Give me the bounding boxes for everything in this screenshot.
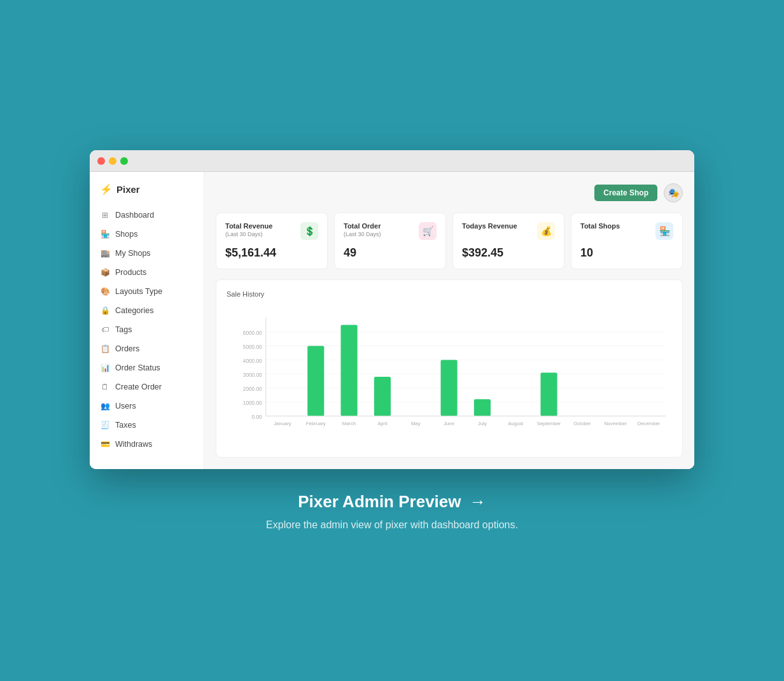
stat-value-total-revenue: $5,161.44 [225, 246, 318, 260]
chart-card: Sale History 6000.005000.004000.003000.0… [216, 279, 683, 458]
stat-value-total-order: 49 [344, 246, 437, 260]
sidebar-label-taxes: Taxes [115, 421, 136, 430]
sidebar-item-order-status[interactable]: 📊 Order Status [90, 358, 204, 377]
svg-text:January: January [274, 421, 291, 426]
nav-icon-orders: 📋 [100, 344, 110, 354]
bar-june [440, 360, 457, 416]
sidebar-label-layouts-type: Layouts Type [115, 287, 162, 296]
sidebar-label-my-shops: My Shops [115, 249, 151, 258]
svg-text:May: May [411, 421, 421, 426]
svg-text:1000.00: 1000.00 [243, 400, 262, 406]
svg-text:September: September [537, 421, 561, 426]
sidebar-label-create-order: Create Order [115, 383, 162, 391]
nav-icon-order-status: 📊 [100, 363, 110, 373]
stat-icon-todays-revenue: 💰 [537, 222, 555, 240]
stat-title-total-shops: Total Shops [580, 222, 620, 230]
close-button[interactable] [97, 157, 105, 165]
svg-text:6000.00: 6000.00 [243, 330, 262, 336]
nav-icon-withdraws: 💳 [100, 439, 110, 449]
browser-window: ⚡ Pixer ⊞ Dashboard 🏪 Shops 🏬 My Shops 📦… [90, 150, 694, 469]
bar-april [374, 377, 391, 416]
sidebar-item-orders[interactable]: 📋 Orders [90, 339, 204, 358]
nav-icon-tags: 🏷 [100, 325, 110, 335]
nav-icon-my-shops: 🏬 [100, 248, 110, 258]
svg-text:July: July [478, 421, 487, 426]
svg-text:4000.00: 4000.00 [243, 358, 262, 364]
stat-card-header: Todays Revenue 💰 [462, 222, 555, 240]
stat-card-header: Total Order (Last 30 Days) 🛒 [344, 222, 437, 240]
svg-text:October: October [573, 421, 591, 426]
sidebar-item-my-shops[interactable]: 🏬 My Shops [90, 244, 204, 263]
stat-card-todays-revenue: Todays Revenue 💰 $392.45 [452, 213, 564, 269]
stats-row: Total Revenue (Last 30 Days) 💲 $5,161.44… [216, 213, 683, 269]
svg-text:0.00: 0.00 [252, 414, 262, 420]
sidebar-item-shops[interactable]: 🏪 Shops [90, 225, 204, 244]
sale-history-chart: 6000.005000.004000.003000.002000.001000.… [227, 307, 672, 447]
svg-text:February: February [306, 421, 326, 426]
stat-icon-total-order: 🛒 [419, 222, 437, 240]
nav-icon-products: 📦 [100, 267, 110, 277]
sidebar-item-layouts-type[interactable]: 🎨 Layouts Type [90, 282, 204, 301]
bar-july [474, 399, 491, 416]
sidebar-label-order-status: Order Status [115, 363, 160, 372]
minimize-button[interactable] [109, 157, 116, 165]
stat-card-total-order: Total Order (Last 30 Days) 🛒 49 [334, 213, 446, 269]
svg-text:April: April [377, 421, 388, 426]
svg-text:March: March [342, 421, 356, 426]
nav-icon-dashboard: ⊞ [100, 210, 110, 220]
sidebar-label-shops: Shops [115, 230, 137, 239]
sidebar-label-withdraws: Withdraws [115, 440, 152, 449]
maximize-button[interactable] [120, 157, 128, 165]
svg-text:November: November [604, 421, 627, 426]
stat-card-header: Total Revenue (Last 30 Days) 💲 [225, 222, 318, 240]
browser-titlebar [90, 150, 694, 172]
stat-card-total-shops: Total Shops 🏪 10 [571, 213, 683, 269]
sidebar-navigation: ⊞ Dashboard 🏪 Shops 🏬 My Shops 📦 Product… [90, 206, 204, 454]
sidebar-item-taxes[interactable]: 🧾 Taxes [90, 416, 204, 435]
stat-value-total-shops: 10 [580, 246, 673, 260]
sidebar-item-tags[interactable]: 🏷 Tags [90, 320, 204, 339]
sidebar-item-products[interactable]: 📦 Products [90, 263, 204, 282]
stat-subtitle-total-revenue: (Last 30 Days) [225, 231, 272, 237]
sidebar-label-users: Users [115, 402, 136, 411]
logo-icon: ⚡ [100, 183, 113, 195]
stat-subtitle-total-order: (Last 30 Days) [344, 231, 381, 237]
sidebar-item-withdraws[interactable]: 💳 Withdraws [90, 435, 204, 454]
nav-icon-layouts-type: 🎨 [100, 286, 110, 297]
nav-icon-categories: 🔒 [100, 305, 110, 316]
sidebar-label-orders: Orders [115, 344, 139, 353]
footer-arrow: → [470, 492, 486, 511]
sidebar-item-dashboard[interactable]: ⊞ Dashboard [90, 206, 204, 225]
footer-subtitle: Explore the admin view of pixer with das… [266, 519, 518, 531]
stat-icon-total-shops: 🏪 [655, 222, 673, 240]
stat-title-total-revenue: Total Revenue [225, 222, 272, 230]
svg-text:December: December [638, 421, 661, 426]
svg-text:5000.00: 5000.00 [243, 344, 262, 350]
stat-card-total-revenue: Total Revenue (Last 30 Days) 💲 $5,161.44 [216, 213, 328, 269]
chart-title: Sale History [227, 290, 672, 298]
sidebar-label-tags: Tags [115, 325, 132, 334]
sidebar-item-users[interactable]: 👥 Users [90, 397, 204, 416]
app-layout: ⚡ Pixer ⊞ Dashboard 🏪 Shops 🏬 My Shops 📦… [90, 172, 694, 469]
sidebar-item-create-order[interactable]: 🗒 Create Order [90, 377, 204, 397]
svg-text:June: June [444, 421, 454, 426]
sidebar: ⚡ Pixer ⊞ Dashboard 🏪 Shops 🏬 My Shops 📦… [90, 172, 204, 469]
svg-text:2000.00: 2000.00 [243, 386, 262, 392]
bar-march [341, 325, 358, 416]
avatar-button[interactable]: 🎭 [664, 183, 683, 202]
header-bar: Create Shop 🎭 [216, 183, 683, 202]
chart-container: 6000.005000.004000.003000.002000.001000.… [227, 307, 672, 447]
nav-icon-taxes: 🧾 [100, 420, 110, 430]
footer-title: Pixer Admin Preview → [266, 492, 518, 512]
logo-area: ⚡ Pixer [90, 181, 204, 206]
nav-icon-shops: 🏪 [100, 229, 110, 239]
bar-september [540, 372, 557, 416]
nav-icon-users: 👥 [100, 401, 110, 411]
stat-title-todays-revenue: Todays Revenue [462, 222, 517, 230]
sidebar-item-categories[interactable]: 🔒 Categories [90, 301, 204, 320]
stat-value-todays-revenue: $392.45 [462, 246, 555, 260]
svg-text:3000.00: 3000.00 [243, 372, 262, 378]
create-shop-button[interactable]: Create Shop [594, 185, 657, 201]
sidebar-label-categories: Categories [115, 306, 153, 315]
stat-icon-total-revenue: 💲 [300, 222, 318, 240]
